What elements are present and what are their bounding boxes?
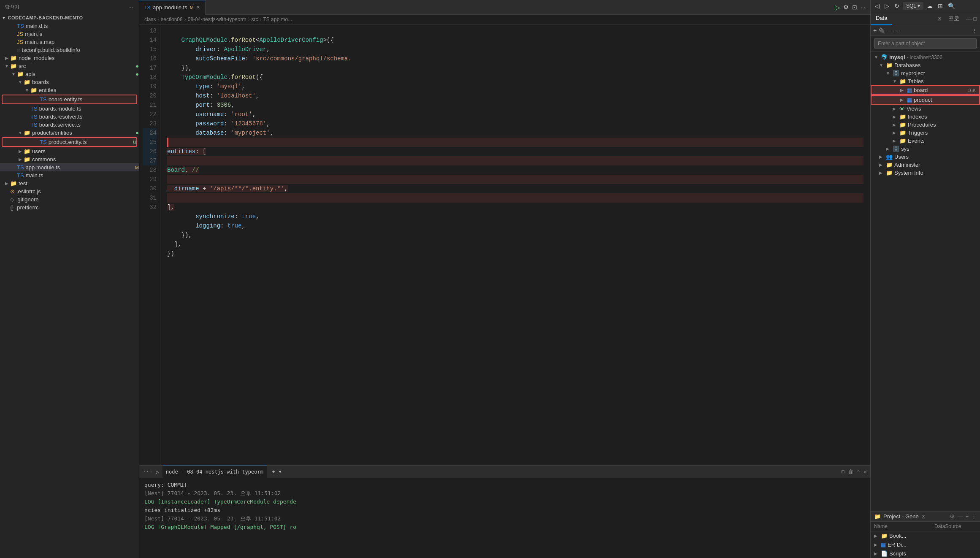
db-grid-icon[interactable]: ⊞ — [936, 2, 945, 10]
db-arrow-right-icon[interactable]: → — [894, 27, 899, 34]
file-item-gitignore[interactable]: ◇ .gitignore — [0, 195, 139, 203]
folder-item-test[interactable]: ▶ 📁 test — [0, 179, 139, 187]
project-cross-icon[interactable]: ⊠ — [921, 514, 926, 520]
file-item-main-js[interactable]: JS main.js — [0, 30, 139, 38]
folder-label: test — [19, 180, 139, 187]
folder-icon: 📁 — [10, 55, 17, 61]
more-icon[interactable]: ··· — [861, 4, 865, 11]
folder-item-src[interactable]: ▼ 📁 src ● — [0, 62, 139, 70]
db-item-board[interactable]: ▶ ▦ board 16K — [871, 85, 980, 95]
db-label: myproject — [901, 70, 925, 76]
db-item-indexes[interactable]: ▶ 📁 Indexes — [871, 113, 980, 121]
circle-icon: ⊙ — [10, 188, 15, 195]
db-more-icon[interactable]: ⋮ — [972, 27, 977, 34]
file-label: .eslintrc.js — [16, 188, 139, 195]
terminal-run-icon[interactable]: ▷ — [156, 469, 159, 475]
folder-item-boards[interactable]: ▼ 📁 boards — [0, 78, 139, 86]
project-item-book[interactable]: ▶ 📁 Book... — [871, 531, 980, 540]
db-item-users[interactable]: ▶ 👥 Users — [871, 153, 980, 161]
db-search-btn[interactable]: 🔍 — [946, 2, 957, 10]
project-item-scripts[interactable]: ▶ 📄 Scripts — [871, 549, 980, 558]
file-item-app-module[interactable]: TS app.module.ts M — [0, 163, 139, 171]
db-item-triggers[interactable]: ▶ 📁 Triggers — [871, 129, 980, 137]
db-search-input[interactable] — [874, 38, 977, 49]
split-icon[interactable]: ⊡ — [852, 4, 857, 11]
run-icon[interactable]: ▷ — [835, 3, 840, 11]
file-item-eslintrc[interactable]: ⊙ .eslintrc.js — [0, 187, 139, 195]
code-editor[interactable]: 13141516 17181920 212223 24 25 26 27 282… — [139, 24, 870, 465]
db-item-databases[interactable]: ▼ 📁 Databases — [871, 61, 980, 69]
terminal-tab-node[interactable]: node - 08-04-nestjs-with-typeorm — [162, 466, 267, 478]
terminal-close-icon[interactable]: ✕ — [864, 469, 867, 475]
db-nav-forward[interactable]: ▷ — [883, 2, 891, 10]
file-label: .prettierrc — [16, 204, 139, 211]
db-item-administer[interactable]: ▶ 📁 Administer — [871, 161, 980, 169]
expand-arrow: ▼ — [24, 88, 30, 92]
db-minus-icon[interactable]: — — [887, 27, 892, 34]
file-tree: TS main.d.ts JS main.js JS main.js.map ≡… — [0, 22, 139, 558]
file-item-boards-service[interactable]: TS boards.service.ts — [0, 121, 139, 129]
db-item-mysql-conn[interactable]: ▼ 🐬 mysql - localhost:3306 — [871, 53, 980, 61]
settings-icon[interactable]: ⚙ — [950, 513, 955, 520]
terminal-dropdown-icon[interactable]: ▾ — [279, 469, 282, 475]
tab-close-icon[interactable]: ✕ — [196, 5, 200, 10]
db-item-system-info[interactable]: ▶ 📁 System Info — [871, 169, 980, 177]
file-item-product-entity[interactable]: TS product.entity.ts U — [2, 137, 137, 147]
terminal-split-icon[interactable]: ⊡ — [842, 469, 845, 475]
file-item-main-ts[interactable]: TS main.ts — [0, 171, 139, 179]
db-maximize-icon[interactable]: □ — [973, 16, 977, 22]
file-label: boards.resolver.ts — [39, 114, 139, 120]
folder-label: src — [19, 63, 135, 69]
file-item-main-js-map[interactable]: JS main.js.map — [0, 38, 139, 46]
folder-item-products-entities[interactable]: ▼ 📁 products/entities ● — [0, 129, 139, 137]
db-tab-pro[interactable]: 프로 — [943, 12, 964, 25]
terminal-chevron-up-icon[interactable]: ⌃ — [857, 469, 860, 475]
db-icon: 🗄️ — [893, 70, 899, 76]
more-vert-icon[interactable]: ⋮ — [971, 513, 977, 520]
db-nav-back[interactable]: ◁ — [873, 2, 881, 10]
db-label: Administer — [894, 162, 920, 168]
db-add-conn-icon[interactable]: + — [873, 27, 877, 34]
file-item-board-entity[interactable]: TS board.entity.ts — [2, 95, 137, 104]
db-minimize-icon[interactable]: — — [966, 16, 972, 22]
project-item-er[interactable]: ▶ ▦ ER Di... — [871, 540, 980, 549]
db-sql-button[interactable]: SQL ▾ — [903, 2, 923, 10]
db-item-tables[interactable]: ▼ 📁 Tables — [871, 77, 980, 85]
file-item-main-d-ts[interactable]: TS main.d.ts — [0, 22, 139, 30]
col-datasource: DataSource — [934, 523, 977, 529]
terminal-trash-icon[interactable]: 🗑 — [848, 469, 853, 475]
folder-item-apis[interactable]: ▼ 📁 apis ● — [0, 70, 139, 78]
folder-item-commons[interactable]: ▶ 📁 commons — [0, 155, 139, 163]
sidebar-header: 탐색기 ··· — [0, 0, 139, 14]
db-refresh[interactable]: ↻ — [893, 2, 901, 10]
sidebar-arrow-project[interactable]: ▼ — [2, 16, 6, 20]
folder-item-users[interactable]: ▶ 📁 users — [0, 147, 139, 155]
file-item-prettierrc[interactable]: {} .prettierrc — [0, 203, 139, 211]
db-item-events[interactable]: ▶ 📁 Events — [871, 137, 980, 145]
code-content[interactable]: GraphQLModule.forRoot<ApolloDriverConfig… — [160, 24, 870, 465]
db-item-product[interactable]: ▶ ▦ product — [871, 95, 980, 105]
terminal-add-icon[interactable]: + — [272, 469, 275, 475]
file-item-boards-module[interactable]: TS boards.module.ts — [0, 105, 139, 113]
file-item-boards-resolver[interactable]: TS boards.resolver.ts — [0, 113, 139, 121]
folder-item-node-modules[interactable]: ▶ 📁 node_modules — [0, 54, 139, 62]
db-tab-data[interactable]: Data — [871, 12, 892, 25]
terminal-content[interactable]: query: COMMIT [Nest] 77014 - 2023. 05. 2… — [139, 478, 870, 558]
db-item-views[interactable]: ▶ 👁 Views — [871, 105, 980, 113]
folder-item-entities[interactable]: ▼ 📁 entities — [0, 86, 139, 94]
db-cloud-icon[interactable]: ☁ — [925, 2, 934, 10]
terminal-more-icon[interactable]: ··· — [143, 469, 152, 475]
terminal-text: [Nest] 77014 - 2023. 05. 23. 오후 11:51:02 — [144, 515, 281, 522]
db-conn-icon[interactable]: 🔌 — [878, 27, 885, 34]
db-tab-icon-cross[interactable]: ⊠ — [937, 16, 942, 22]
diamond-icon: ◇ — [10, 196, 14, 203]
db-item-myproject[interactable]: ▼ 🗄️ myproject — [871, 69, 980, 77]
debug-icon[interactable]: ⚙ — [843, 4, 849, 11]
plus-icon[interactable]: + — [965, 513, 969, 520]
minus-icon[interactable]: — — [957, 513, 963, 520]
db-item-procedures[interactable]: ▶ 📁 Procedures — [871, 121, 980, 129]
tab-app-module[interactable]: TS app.module.ts M ✕ — [139, 0, 206, 15]
sidebar-more-icon[interactable]: ··· — [128, 3, 134, 10]
file-item-tsconfig-build[interactable]: ≡ tsconfig.build.tsbuildinfo — [0, 46, 139, 54]
db-item-sys[interactable]: ▶ 🗄️ sys — [871, 145, 980, 153]
